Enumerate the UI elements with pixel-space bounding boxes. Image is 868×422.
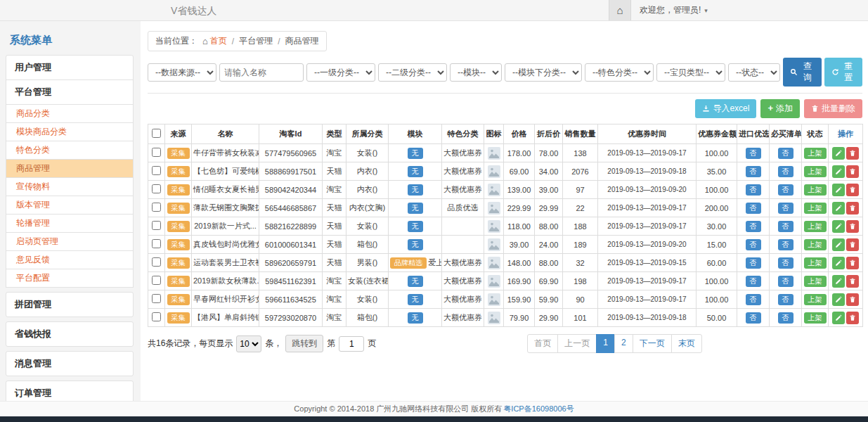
row-checkbox[interactable] <box>152 148 161 157</box>
sidebar-item[interactable]: 用户管理 <box>6 55 134 80</box>
per-page-select[interactable]: 10 <box>236 335 261 352</box>
table-cell: 100.00 <box>697 144 737 162</box>
filter-select[interactable]: --模块-- <box>450 63 502 82</box>
table-cell <box>829 162 863 181</box>
page-button[interactable]: 上一页 <box>557 334 597 353</box>
filter-select[interactable]: --二级分类-- <box>378 63 447 82</box>
select-all-checkbox[interactable] <box>152 129 161 138</box>
table-cell: 大额优惠券 <box>442 254 484 272</box>
sidebar-item[interactable]: 商品分类 <box>6 104 134 123</box>
reset-button-label: 重置 <box>842 61 856 83</box>
row-checkbox[interactable] <box>152 239 161 248</box>
filter-select[interactable]: --宝贝类型-- <box>656 63 725 82</box>
page-button[interactable]: 1 <box>596 334 615 353</box>
table-cell: 上架 <box>802 181 829 199</box>
filter-select[interactable]: --一级分类-- <box>306 63 375 82</box>
table-cell: 188 <box>563 217 598 236</box>
import-excel-button[interactable]: 导入excel <box>695 99 756 118</box>
add-button[interactable]: + 添加 <box>760 99 800 118</box>
table-cell: 淘宝 <box>323 144 346 162</box>
sidebar-item[interactable]: 启动页管理 <box>6 232 134 251</box>
page-button[interactable]: 首页 <box>527 334 558 353</box>
filter-select[interactable]: --模块下分类-- <box>505 63 582 82</box>
page-button[interactable]: 末页 <box>671 334 702 353</box>
delete-button[interactable] <box>846 275 859 288</box>
table-cell: 2019-09-13—2019-09-17 <box>598 290 697 309</box>
delete-button[interactable] <box>846 202 859 215</box>
table-cell: 采集 <box>165 309 192 327</box>
table-cell <box>484 272 504 290</box>
delete-button[interactable] <box>846 220 859 233</box>
row-checkbox[interactable] <box>152 312 161 321</box>
filter-select[interactable]: --数据来源-- <box>148 63 216 82</box>
delete-button[interactable] <box>846 293 859 306</box>
table-cell: 60.00 <box>697 254 737 272</box>
edit-button[interactable] <box>832 257 845 269</box>
row-checkbox[interactable] <box>152 166 161 175</box>
row-checkbox[interactable] <box>152 184 161 193</box>
sidebar-item[interactable]: 特色分类 <box>6 141 134 160</box>
icp-link[interactable]: 粤ICP备16098006号 <box>503 404 574 414</box>
delete-button[interactable] <box>846 184 859 196</box>
delete-button[interactable] <box>846 312 859 324</box>
row-checkbox[interactable] <box>152 257 161 267</box>
column-header: 来源 <box>165 124 192 144</box>
filter-select[interactable]: --特色分类-- <box>585 63 654 82</box>
table-cell: 589620659791 <box>259 254 323 272</box>
sidebar-item[interactable]: 拼团管理 <box>6 292 134 317</box>
filter-select[interactable]: --状态-- <box>728 63 780 82</box>
edit-button[interactable] <box>832 147 845 160</box>
jump-button[interactable]: 跳转到 <box>285 335 323 352</box>
row-checkbox[interactable] <box>152 203 161 212</box>
edit-button[interactable] <box>832 165 845 178</box>
table-cell <box>148 217 165 236</box>
table-cell: 内衣(文胸) <box>346 199 389 217</box>
reset-button[interactable]: 重置 <box>824 58 863 87</box>
sidebar-item[interactable]: 省钱快报 <box>6 321 134 347</box>
delete-button[interactable] <box>846 238 859 251</box>
sidebar-item[interactable]: 意见反馈 <box>6 250 134 269</box>
edit-button[interactable] <box>832 293 845 306</box>
sidebar-item[interactable]: 消息管理 <box>6 351 134 376</box>
edit-button[interactable] <box>832 275 845 288</box>
edit-button[interactable] <box>832 202 845 215</box>
row-checkbox[interactable] <box>152 294 161 303</box>
sidebar-item[interactable]: 轮播管理 <box>6 214 134 233</box>
home-button[interactable]: ⌂ <box>609 0 631 20</box>
sidebar-item[interactable]: 宣传物料 <box>6 177 134 196</box>
user-menu[interactable]: 欢迎您，管理员! ▾ <box>631 0 716 20</box>
edit-button[interactable] <box>832 184 845 196</box>
row-checkbox[interactable] <box>152 276 161 285</box>
edit-button[interactable] <box>832 312 845 324</box>
batch-delete-button[interactable]: 批量删除 <box>804 99 862 118</box>
table-cell: 22 <box>563 199 598 217</box>
delete-button[interactable] <box>846 165 859 178</box>
delete-button[interactable] <box>846 147 859 160</box>
sidebar-item[interactable]: 版本管理 <box>6 196 134 215</box>
page-button[interactable]: 下一页 <box>633 334 672 353</box>
delete-button[interactable] <box>846 257 859 269</box>
module-badge: 无 <box>408 166 423 177</box>
sidebar-item[interactable]: 商品管理 <box>6 159 134 178</box>
jump-prefix: 第 <box>327 338 335 350</box>
column-header: 模块 <box>389 124 442 144</box>
column-header: 价格 <box>504 124 535 144</box>
filter-name-input[interactable] <box>219 63 304 82</box>
sidebar-item[interactable]: 模块商品分类 <box>6 122 134 141</box>
table-cell: 69.00 <box>504 162 535 181</box>
sidebar-item[interactable]: 平台管理 <box>6 79 134 105</box>
table-cell <box>484 181 504 199</box>
sidebar-item[interactable]: 平台配置 <box>6 269 134 288</box>
search-button[interactable]: 查询 <box>783 58 822 87</box>
table-cell: 采集 <box>165 162 192 181</box>
page-button[interactable]: 2 <box>614 334 633 353</box>
row-checkbox[interactable] <box>152 221 161 230</box>
edit-button[interactable] <box>832 238 845 251</box>
column-header: 类型 <box>323 124 346 144</box>
breadcrumb-home-link[interactable]: ⌂ 首页 <box>202 35 227 47</box>
page-input[interactable] <box>339 336 364 352</box>
table-cell: 否 <box>770 290 802 309</box>
table-cell: 否 <box>737 309 770 327</box>
edit-button[interactable] <box>832 220 845 233</box>
table-cell: 无 <box>389 144 442 162</box>
